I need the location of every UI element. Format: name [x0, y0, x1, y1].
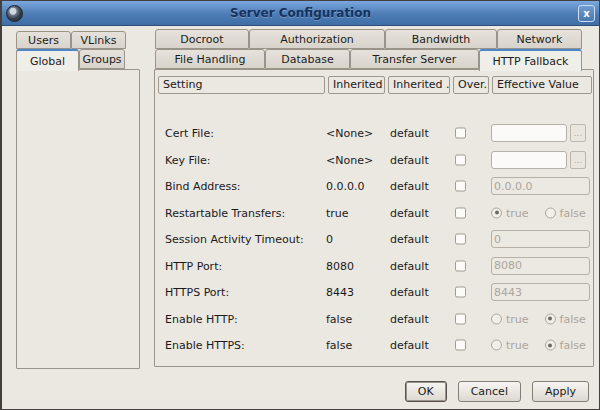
setting-row-enable-https: Enable HTTPS:falsedefaulttruefalse	[155, 332, 593, 359]
override-checkbox[interactable]	[455, 181, 466, 192]
effective-value-control: truefalse	[491, 312, 586, 325]
radio-option-true[interactable]: true	[491, 312, 529, 325]
setting-label: Key File:	[165, 153, 211, 166]
setting-label: Enable HTTP:	[165, 312, 238, 325]
override-checkbox[interactable]	[455, 207, 466, 218]
radio-option-true[interactable]: true	[491, 206, 529, 219]
effective-value-control	[491, 257, 590, 275]
inherited-source: default	[390, 259, 429, 272]
tab-authorization[interactable]: Authorization	[249, 29, 385, 49]
column-header-4-effective-value[interactable]: Effective Value	[492, 76, 592, 94]
effective-value-control	[491, 177, 590, 195]
setting-row-restartable-transfers: Restartable Transfers:truedefaulttruefal…	[155, 200, 593, 227]
effective-value-input[interactable]	[491, 257, 590, 275]
inherited-source: default	[390, 180, 429, 193]
setting-row-session-activity-timeout: Session Activity Timeout:0default	[155, 226, 593, 253]
effective-value-control: truefalse	[491, 206, 586, 219]
column-header-1-inherited[interactable]: Inherited ...	[328, 76, 385, 94]
tab-bandwidth[interactable]: Bandwidth	[385, 29, 497, 49]
window-menu-icon[interactable]	[6, 5, 23, 22]
effective-value-radio-group: truefalse	[491, 206, 586, 219]
override-checkbox[interactable]	[455, 154, 466, 165]
effective-value-control	[491, 230, 590, 248]
titlebar: Server Configuration x	[2, 1, 599, 26]
override-checkbox[interactable]	[455, 128, 466, 139]
effective-value-input[interactable]	[491, 177, 590, 195]
inherited-value: true	[326, 206, 349, 219]
inherited-value: <None>	[326, 153, 373, 166]
inherited-source: default	[390, 312, 429, 325]
override-checkbox[interactable]	[455, 313, 466, 324]
radio-option-true[interactable]: true	[491, 339, 529, 352]
dialog-buttons: OK Cancel Apply	[405, 381, 589, 402]
server-configuration-window: Server Configuration x UsersVLinksGlobal…	[0, 0, 600, 410]
browse-button[interactable]: ...	[570, 151, 586, 169]
inherited-source: default	[390, 286, 429, 299]
effective-value-radio-group: truefalse	[491, 312, 586, 325]
inherited-value: false	[326, 339, 352, 352]
radio-icon[interactable]	[545, 313, 556, 324]
setting-label: Session Activity Timeout:	[165, 233, 304, 246]
radio-option-false[interactable]: false	[545, 339, 586, 352]
inherited-value: 8443	[326, 286, 354, 299]
setting-row-https-port: HTTPS Port:8443default	[155, 279, 593, 306]
left-tab-panel	[16, 69, 140, 369]
setting-row-bind-address: Bind Address:0.0.0.0default	[155, 173, 593, 200]
tab-network[interactable]: Network	[497, 29, 582, 49]
close-icon[interactable]: x	[578, 5, 595, 22]
inherited-source: default	[390, 153, 429, 166]
radio-icon[interactable]	[545, 340, 556, 351]
dialog-body: UsersVLinksGlobalGroups DocrootAuthoriza…	[2, 25, 599, 409]
effective-value-control: ...	[491, 151, 586, 169]
radio-option-false[interactable]: false	[545, 206, 586, 219]
inherited-value: 0	[326, 233, 333, 246]
effective-value-control: truefalse	[491, 339, 586, 352]
tab-http-fallback[interactable]: HTTP Fallback	[479, 49, 582, 71]
browse-button[interactable]: ...	[570, 124, 586, 142]
column-header-2-inherited[interactable]: Inherited ...	[388, 76, 450, 94]
settings-rows: Cert File:<None>default...Key File:<None…	[155, 120, 593, 359]
override-checkbox[interactable]	[455, 234, 466, 245]
column-header-0-setting[interactable]: Setting	[158, 76, 325, 94]
setting-label: Cert File:	[165, 127, 214, 140]
inherited-value: <None>	[326, 127, 373, 140]
cancel-button[interactable]: Cancel	[458, 381, 521, 402]
setting-label: Bind Address:	[165, 180, 241, 193]
radio-icon[interactable]	[545, 207, 556, 218]
override-checkbox[interactable]	[455, 340, 466, 351]
effective-value-input[interactable]	[491, 151, 567, 169]
ok-button[interactable]: OK	[405, 381, 447, 402]
tab-global[interactable]: Global	[16, 49, 79, 71]
radio-option-false[interactable]: false	[545, 312, 586, 325]
inherited-source: default	[390, 127, 429, 140]
effective-value-input[interactable]	[491, 230, 590, 248]
tab-transfer-server[interactable]: Transfer Server	[350, 49, 479, 69]
tab-docroot[interactable]: Docroot	[155, 29, 249, 49]
setting-label: Restartable Transfers:	[165, 206, 285, 219]
inherited-source: default	[390, 339, 429, 352]
radio-icon[interactable]	[491, 313, 502, 324]
apply-button[interactable]: Apply	[532, 381, 589, 402]
setting-row-cert-file: Cert File:<None>default...	[155, 120, 593, 147]
effective-value-input[interactable]	[491, 283, 590, 301]
tab-file-handling[interactable]: File Handling	[155, 49, 265, 69]
inherited-value: 0.0.0.0	[326, 180, 364, 193]
setting-label: Enable HTTPS:	[165, 339, 245, 352]
tab-users[interactable]: Users	[16, 31, 71, 49]
tab-vlinks[interactable]: VLinks	[71, 31, 126, 49]
setting-label: HTTP Port:	[165, 259, 222, 272]
override-checkbox[interactable]	[455, 260, 466, 271]
settings-panel: SettingInherited ...Inherited ...Over...…	[154, 69, 594, 367]
effective-value-input[interactable]	[491, 124, 567, 142]
radio-icon[interactable]	[491, 207, 502, 218]
tab-groups[interactable]: Groups	[79, 49, 125, 69]
override-checkbox[interactable]	[455, 287, 466, 298]
column-header-3-over[interactable]: Over...	[453, 76, 489, 94]
window-title: Server Configuration	[23, 6, 578, 20]
tab-database[interactable]: Database	[265, 49, 350, 69]
setting-row-key-file: Key File:<None>default...	[155, 147, 593, 174]
inherited-source: default	[390, 233, 429, 246]
setting-row-enable-http: Enable HTTP:falsedefaulttruefalse	[155, 306, 593, 333]
radio-icon[interactable]	[491, 340, 502, 351]
inherited-value: 8080	[326, 259, 354, 272]
